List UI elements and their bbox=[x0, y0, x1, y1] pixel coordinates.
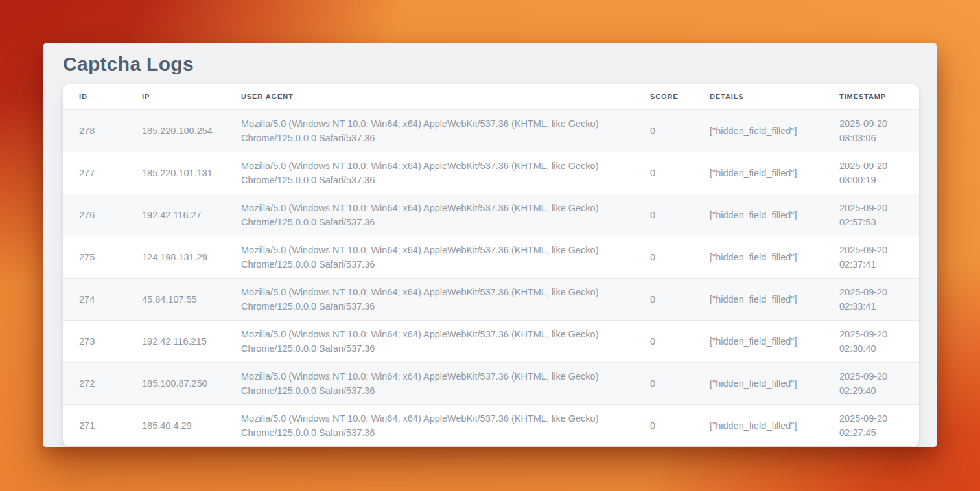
table-row: 276 192.42.116.27 Mozilla/5.0 (Windows N… bbox=[63, 194, 919, 236]
cell-user-agent: Mozilla/5.0 (Windows NT 10.0; Win64; x64… bbox=[225, 109, 634, 152]
cell-timestamp: 2025-09-20 03:00:19 bbox=[823, 152, 919, 194]
cell-score: 0 bbox=[634, 236, 694, 278]
cell-score: 0 bbox=[634, 194, 694, 236]
cell-user-agent: Mozilla/5.0 (Windows NT 10.0; Win64; x64… bbox=[225, 152, 634, 194]
column-header-ip: IP bbox=[126, 84, 225, 109]
cell-ip: 192.42.116.27 bbox=[126, 194, 225, 236]
cell-timestamp: 2025-09-20 02:29:40 bbox=[823, 362, 919, 404]
cell-user-agent: Mozilla/5.0 (Windows NT 10.0; Win64; x64… bbox=[225, 194, 634, 236]
cell-score: 0 bbox=[634, 320, 694, 362]
cell-ip: 45.84.107.55 bbox=[126, 278, 225, 320]
cell-score: 0 bbox=[634, 152, 694, 194]
cell-user-agent: Mozilla/5.0 (Windows NT 10.0; Win64; x64… bbox=[225, 362, 634, 404]
cell-score: 0 bbox=[634, 109, 694, 152]
cell-details: ["hidden_field_filled"] bbox=[694, 278, 823, 320]
captcha-logs-card: Captcha Logs ID IP USER AGENT SCORE DETA… bbox=[43, 43, 937, 447]
cell-id: 274 bbox=[63, 278, 126, 320]
cell-ip: 124.198.131.29 bbox=[126, 236, 225, 278]
cell-id: 272 bbox=[63, 362, 126, 404]
cell-id: 275 bbox=[63, 236, 126, 278]
cell-details: ["hidden_field_filled"] bbox=[694, 404, 823, 446]
table-row: 272 185.100.87.250 Mozilla/5.0 (Windows … bbox=[63, 362, 919, 404]
log-table: ID IP USER AGENT SCORE DETAILS TIMESTAMP… bbox=[63, 84, 919, 446]
log-table-container: ID IP USER AGENT SCORE DETAILS TIMESTAMP… bbox=[63, 84, 919, 446]
column-header-user-agent: USER AGENT bbox=[225, 84, 634, 109]
log-table-header: ID IP USER AGENT SCORE DETAILS TIMESTAMP bbox=[63, 84, 919, 109]
cell-details: ["hidden_field_filled"] bbox=[694, 320, 823, 362]
cell-user-agent: Mozilla/5.0 (Windows NT 10.0; Win64; x64… bbox=[225, 236, 634, 278]
cell-timestamp: 2025-09-20 03:03:06 bbox=[823, 109, 919, 152]
background-gradient: Captcha Logs ID IP USER AGENT SCORE DETA… bbox=[0, 0, 980, 491]
cell-timestamp: 2025-09-20 02:30:40 bbox=[823, 320, 919, 362]
table-row: 274 45.84.107.55 Mozilla/5.0 (Windows NT… bbox=[63, 278, 919, 320]
cell-timestamp: 2025-09-20 02:27:45 bbox=[823, 404, 919, 446]
cell-user-agent: Mozilla/5.0 (Windows NT 10.0; Win64; x64… bbox=[225, 404, 634, 446]
cell-user-agent: Mozilla/5.0 (Windows NT 10.0; Win64; x64… bbox=[225, 278, 634, 320]
cell-details: ["hidden_field_filled"] bbox=[694, 109, 823, 152]
cell-id: 277 bbox=[63, 152, 126, 194]
cell-timestamp: 2025-09-20 02:33:41 bbox=[823, 278, 919, 320]
cell-timestamp: 2025-09-20 02:57:53 bbox=[823, 194, 919, 236]
column-header-score: SCORE bbox=[634, 84, 694, 109]
cell-score: 0 bbox=[634, 362, 694, 404]
page-title: Captcha Logs bbox=[63, 53, 937, 74]
table-row: 271 185.40.4.29 Mozilla/5.0 (Windows NT … bbox=[63, 404, 919, 446]
cell-id: 273 bbox=[63, 320, 126, 362]
cell-id: 276 bbox=[63, 194, 126, 236]
cell-score: 0 bbox=[634, 404, 694, 446]
table-row: 273 192.42.116.215 Mozilla/5.0 (Windows … bbox=[63, 320, 919, 362]
column-header-id: ID bbox=[63, 84, 126, 109]
cell-score: 0 bbox=[634, 278, 694, 320]
cell-details: ["hidden_field_filled"] bbox=[694, 152, 823, 194]
cell-user-agent: Mozilla/5.0 (Windows NT 10.0; Win64; x64… bbox=[225, 320, 634, 362]
cell-ip: 185.40.4.29 bbox=[126, 404, 225, 446]
cell-ip: 185.220.100.254 bbox=[126, 109, 225, 152]
table-row: 277 185.220.101.131 Mozilla/5.0 (Windows… bbox=[63, 152, 919, 194]
column-header-timestamp: TIMESTAMP bbox=[823, 84, 919, 109]
cell-ip: 192.42.116.215 bbox=[126, 320, 225, 362]
table-row: 278 185.220.100.254 Mozilla/5.0 (Windows… bbox=[63, 109, 919, 152]
table-row: 275 124.198.131.29 Mozilla/5.0 (Windows … bbox=[63, 236, 919, 278]
cell-details: ["hidden_field_filled"] bbox=[694, 194, 823, 236]
log-table-body: 278 185.220.100.254 Mozilla/5.0 (Windows… bbox=[63, 109, 919, 446]
cell-ip: 185.220.101.131 bbox=[126, 152, 225, 194]
column-header-details: DETAILS bbox=[694, 84, 823, 109]
cell-timestamp: 2025-09-20 02:37:41 bbox=[823, 236, 919, 278]
cell-details: ["hidden_field_filled"] bbox=[694, 362, 823, 404]
cell-id: 271 bbox=[63, 404, 126, 446]
header-row: ID IP USER AGENT SCORE DETAILS TIMESTAMP bbox=[63, 84, 919, 109]
cell-id: 278 bbox=[63, 109, 126, 152]
cell-ip: 185.100.87.250 bbox=[126, 362, 225, 404]
cell-details: ["hidden_field_filled"] bbox=[694, 236, 823, 278]
